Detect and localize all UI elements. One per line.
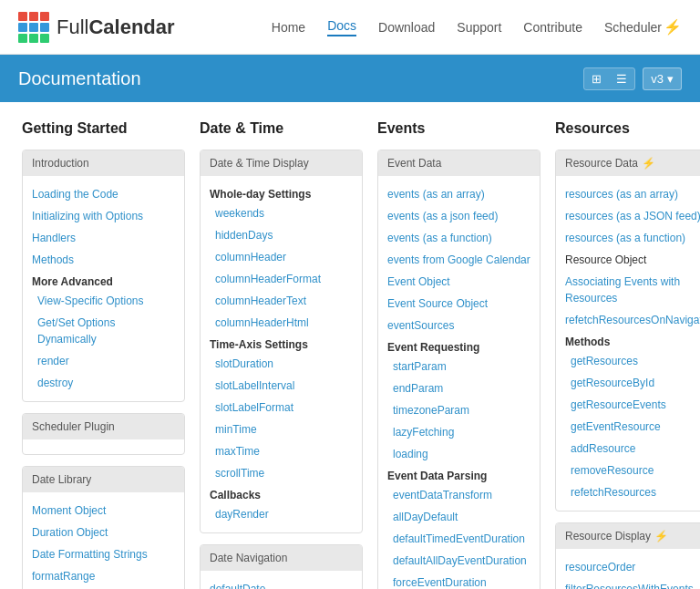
link-get-event-resource[interactable]: getEventResource <box>561 416 700 438</box>
sublabel-time-axis: Time-Axis Settings <box>201 334 362 353</box>
sublabel-whole-day: Whole-day Settings <box>201 183 362 202</box>
section-body-resource-display: resourceOrder filterResourcesWithEvents … <box>556 549 700 589</box>
column-title-getting-started: Getting Started <box>22 120 185 137</box>
section-body-resource-data: resources (as an array) resources (as a … <box>556 176 700 511</box>
link-default-date[interactable]: defaultDate <box>201 578 362 589</box>
link-get-resources[interactable]: getResources <box>561 350 700 372</box>
link-loading-code[interactable]: Loading the Code <box>23 183 184 205</box>
link-scroll-time[interactable]: scrollTime <box>206 462 362 484</box>
link-lazy-fetching[interactable]: lazyFetching <box>384 421 540 443</box>
lightning-icon-resource: ⚡ <box>642 157 655 170</box>
link-column-header[interactable]: columnHeader <box>206 246 362 268</box>
column-getting-started: Getting Started Introduction Loading the… <box>15 120 192 589</box>
link-resource-object[interactable]: Resource Object <box>556 249 700 271</box>
link-slot-label-interval[interactable]: slotLabelInterval <box>206 375 362 397</box>
link-methods[interactable]: Methods <box>23 249 184 271</box>
link-loading[interactable]: loading <box>384 443 540 465</box>
link-events-json[interactable]: events (as a json feed) <box>378 205 540 227</box>
link-event-source-object[interactable]: Event Source Object <box>378 293 540 315</box>
link-event-sources[interactable]: eventSources <box>378 315 540 336</box>
lightning-icon: ⚡ <box>664 18 682 36</box>
column-resources: Resources Resource Data ⚡ resources (as … <box>548 120 700 589</box>
link-resources-function[interactable]: resources (as a function) <box>556 227 700 249</box>
link-resources-json[interactable]: resources (as a JSON feed) <box>556 205 700 227</box>
section-body-date-library: Moment Object Duration Object Date Forma… <box>23 492 184 589</box>
nav-download[interactable]: Download <box>378 20 435 35</box>
link-column-header-format[interactable]: columnHeaderFormat <box>206 268 362 290</box>
link-weekends[interactable]: weekends <box>206 202 362 224</box>
link-event-object[interactable]: Event Object <box>378 271 540 293</box>
top-header: FullCalendar Home Docs Download Support … <box>0 0 700 55</box>
link-resource-order[interactable]: resourceOrder <box>556 556 700 578</box>
resource-methods-links: getResources getResourceById getResource… <box>556 350 700 503</box>
doc-header-controls: ⊞ ☰ v3 ▾ <box>583 67 682 90</box>
link-add-resource[interactable]: addResource <box>561 438 700 460</box>
link-end-param[interactable]: endParam <box>384 377 540 399</box>
section-date-time-display: Date & Time Display Whole-day Settings w… <box>200 150 363 533</box>
link-resources-array[interactable]: resources (as an array) <box>556 183 700 205</box>
link-hidden-days[interactable]: hiddenDays <box>206 224 362 246</box>
link-handlers[interactable]: Handlers <box>23 227 184 249</box>
nav-support[interactable]: Support <box>457 20 501 35</box>
link-default-allday-event[interactable]: defaultAllDayEventDuration <box>384 550 540 572</box>
link-duration-object[interactable]: Duration Object <box>23 522 184 543</box>
grid-view-button[interactable]: ⊞ <box>584 68 609 89</box>
section-introduction: Introduction Loading the Code Initializi… <box>22 150 185 402</box>
link-refetch-on-navigate[interactable]: refetchResourcesOnNavigate <box>556 309 700 331</box>
logo-text: FullCalendar <box>57 16 175 39</box>
link-render[interactable]: render <box>28 350 184 372</box>
link-event-data-transform[interactable]: eventDataTransform <box>384 484 540 506</box>
sublabel-callbacks: Callbacks <box>201 484 362 503</box>
link-force-event-duration[interactable]: forceEventDuration <box>384 572 540 589</box>
section-body-date-navigation: defaultDate <box>201 571 362 589</box>
sublabel-resource-methods: Methods <box>556 331 700 350</box>
nav-home[interactable]: Home <box>272 20 305 35</box>
section-date-library: Date Library Moment Object Duration Obje… <box>22 466 185 589</box>
link-remove-resource[interactable]: removeResource <box>561 460 700 481</box>
version-selector[interactable]: v3 ▾ <box>643 67 682 90</box>
link-all-day-default[interactable]: allDayDefault <box>384 506 540 528</box>
link-start-param[interactable]: startParam <box>384 356 540 377</box>
sublabel-event-requesting: Event Requesting <box>378 336 540 356</box>
section-header-resource-data: Resource Data ⚡ <box>556 150 700 176</box>
link-moment-object[interactable]: Moment Object <box>23 500 184 522</box>
link-destroy[interactable]: destroy <box>28 372 184 394</box>
section-header-introduction: Introduction <box>23 150 184 176</box>
link-get-resource-byid[interactable]: getResourceById <box>561 372 700 394</box>
link-refetch-resources[interactable]: refetchResources <box>561 481 700 503</box>
link-events-array[interactable]: events (as an array) <box>378 183 540 205</box>
link-column-header-text[interactable]: columnHeaderText <box>206 290 362 312</box>
link-events-function[interactable]: events (as a function) <box>378 227 540 249</box>
logo-area: FullCalendar <box>18 12 175 43</box>
callbacks-links: dayRender <box>201 503 362 525</box>
nav-scheduler[interactable]: Scheduler ⚡ <box>604 18 682 36</box>
link-slot-duration[interactable]: slotDuration <box>206 353 362 375</box>
nav-contribute[interactable]: Contribute <box>523 20 582 35</box>
link-max-time[interactable]: maxTime <box>206 440 362 462</box>
link-filter-resources[interactable]: filterResourcesWithEvents <box>556 578 700 589</box>
grid-icon: ⊞ <box>592 72 602 86</box>
link-getset-options[interactable]: Get/Set Options Dynamically <box>28 312 184 350</box>
column-date-time: Date & Time Date & Time Display Whole-da… <box>192 120 370 589</box>
link-default-timed-event[interactable]: defaultTimedEventDuration <box>384 528 540 550</box>
section-header-scheduler-plugin: Scheduler Plugin <box>23 414 184 439</box>
link-events-google[interactable]: events from Google Calendar <box>378 249 540 271</box>
link-timezone-param[interactable]: timezoneParam <box>384 399 540 421</box>
link-get-resource-events[interactable]: getResourceEvents <box>561 394 700 416</box>
logo-icon <box>18 12 49 43</box>
link-slot-label-format[interactable]: slotLabelFormat <box>206 397 362 418</box>
link-date-formatting[interactable]: Date Formatting Strings <box>23 543 184 565</box>
nav-docs[interactable]: Docs <box>327 18 356 36</box>
section-header-date-library: Date Library <box>23 467 184 492</box>
link-view-specific-options[interactable]: View-Specific Options <box>28 290 184 312</box>
link-format-range[interactable]: formatRange <box>23 565 184 587</box>
event-requesting-links: startParam endParam timezoneParam lazyFe… <box>378 356 540 465</box>
link-column-header-html[interactable]: columnHeaderHtml <box>206 312 362 334</box>
link-init-options[interactable]: Initializing with Options <box>23 205 184 227</box>
list-view-button[interactable]: ☰ <box>609 68 634 89</box>
link-min-time[interactable]: minTime <box>206 418 362 440</box>
section-header-resource-display: Resource Display ⚡ <box>556 523 700 549</box>
link-day-render[interactable]: dayRender <box>206 503 362 525</box>
section-header-date-navigation: Date Navigation <box>201 545 362 571</box>
link-assoc-events-resources[interactable]: Associating Events with Resources <box>556 271 700 309</box>
